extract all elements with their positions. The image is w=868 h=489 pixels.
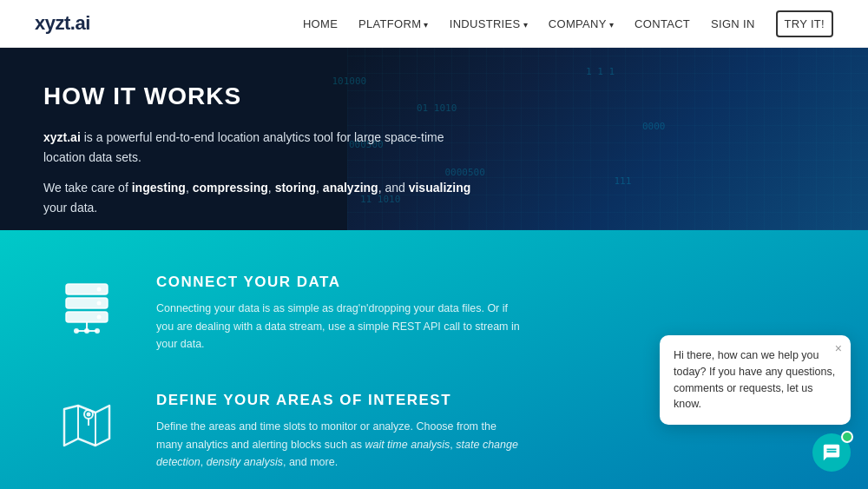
chat-online-badge bbox=[841, 431, 853, 443]
nav-item-home: HOME bbox=[296, 16, 345, 31]
define-italic3: density analysis bbox=[207, 456, 283, 468]
hero-bold-analyzing: analyzing bbox=[323, 181, 378, 195]
chat-widget: × Hi there, how can we help you today? I… bbox=[660, 335, 851, 472]
define-icon bbox=[52, 395, 122, 458]
svg-point-8 bbox=[97, 315, 102, 320]
hero-sep1: , bbox=[186, 181, 193, 195]
svg-point-17 bbox=[87, 412, 91, 416]
feature-desc-define: Define the areas and time slots to monit… bbox=[156, 418, 521, 472]
nav-company-link[interactable]: COMPANY bbox=[542, 12, 621, 36]
hero-body-prefix: We take care of bbox=[43, 181, 132, 195]
feature-body-connect: CONNECT YOUR DATA Connecting your data i… bbox=[156, 274, 521, 354]
chat-icon-row bbox=[660, 433, 851, 472]
hero-bold-compressing: compressing bbox=[193, 181, 268, 195]
svg-point-12 bbox=[84, 328, 89, 334]
hero-body-suffix: , and bbox=[378, 181, 409, 195]
chat-bubble: × Hi there, how can we help you today? I… bbox=[660, 335, 851, 425]
hero-body: We take care of ingesting, compressing, … bbox=[43, 178, 477, 218]
svg-point-13 bbox=[95, 328, 100, 334]
svg-point-11 bbox=[74, 328, 79, 334]
nav-platform-link[interactable]: PLATFORM bbox=[352, 12, 436, 36]
svg-rect-4 bbox=[66, 312, 108, 322]
define-end: , and more. bbox=[283, 456, 338, 468]
svg-point-6 bbox=[97, 287, 102, 292]
sign-in-link[interactable]: SIGN IN bbox=[704, 12, 762, 36]
nav-item-signin: SIGN IN bbox=[704, 16, 762, 31]
hero-title: HOW IT WORKS bbox=[43, 83, 477, 110]
connect-icon bbox=[52, 277, 122, 340]
feature-title-define: DEFINE YOUR AREAS OF INTEREST bbox=[156, 392, 521, 409]
feature-body-define: DEFINE YOUR AREAS OF INTEREST Define the… bbox=[156, 392, 521, 472]
nav-home-link[interactable]: HOME bbox=[296, 12, 345, 36]
hero-intro: xyzt.ai is a powerful end-to-end locatio… bbox=[43, 128, 477, 168]
hero-sep2: , bbox=[268, 181, 275, 195]
nav-item-platform: PLATFORM bbox=[352, 16, 436, 31]
nav-item-industries: INDUSTRIES bbox=[443, 16, 535, 31]
nav-industries-link[interactable]: INDUSTRIES bbox=[443, 12, 535, 36]
hero-intro-text: is a powerful end-to-end location analyt… bbox=[43, 130, 444, 164]
hero-brand: xyzt.ai bbox=[43, 130, 81, 144]
hero-content: HOW IT WORKS xyzt.ai is a powerful end-t… bbox=[43, 83, 477, 218]
svg-point-7 bbox=[97, 301, 102, 306]
chat-close-button[interactable]: × bbox=[835, 342, 842, 354]
site-logo[interactable]: xyzt.ai bbox=[35, 12, 90, 35]
nav-links: HOME PLATFORM INDUSTRIES COMPANY CONTACT… bbox=[296, 16, 833, 31]
navbar: xyzt.ai HOME PLATFORM INDUSTRIES COMPANY… bbox=[0, 0, 868, 48]
hero-bold-ingesting: ingesting bbox=[132, 181, 186, 195]
nav-item-try: TRY IT! bbox=[769, 16, 833, 31]
feature-desc-connect: Connecting your data is as simple as dra… bbox=[156, 300, 521, 354]
svg-rect-0 bbox=[66, 284, 108, 294]
hero-section: 101000 01 1010 000500 0000500 11 1010 1 … bbox=[0, 48, 868, 230]
define-sep2: , bbox=[201, 456, 207, 468]
try-it-button[interactable]: TRY IT! bbox=[776, 10, 833, 37]
nav-item-contact: CONTACT bbox=[628, 16, 697, 31]
hero-bold-storing: storing bbox=[275, 181, 316, 195]
nav-item-company: COMPANY bbox=[542, 16, 621, 31]
nav-contact-link[interactable]: CONTACT bbox=[628, 12, 697, 36]
hero-bold-visualizing: visualizing bbox=[409, 181, 471, 195]
define-italic1: wait time analysis bbox=[365, 439, 450, 451]
hero-sep3: , bbox=[316, 181, 323, 195]
feature-title-connect: CONNECT YOUR DATA bbox=[156, 274, 521, 291]
chat-message: Hi there, how can we help you today? If … bbox=[674, 347, 837, 413]
hero-body-end: your data. bbox=[43, 201, 97, 215]
svg-rect-2 bbox=[66, 298, 108, 308]
